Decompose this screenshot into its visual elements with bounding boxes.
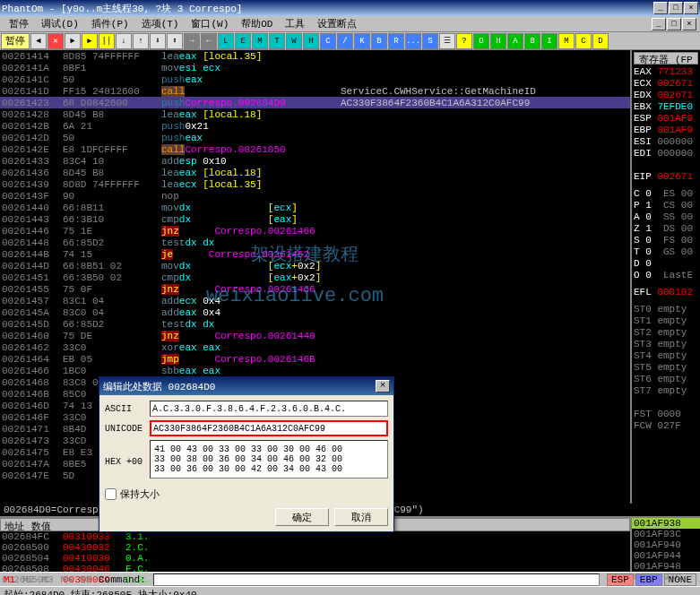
- tool-settings-icon[interactable]: ☰: [439, 33, 455, 49]
- tool-c-icon[interactable]: C: [575, 33, 592, 49]
- disasm-row[interactable]: 002614148D85 74FFFFFFlea eax,[local.35]: [0, 50, 630, 62]
- disasm-row[interactable]: 0026141C50push eax: [0, 73, 630, 85]
- keep-size-checkbox[interactable]: [105, 488, 117, 500]
- disasm-row[interactable]: 0026145575 0Fjnz short Correspo.00261466: [0, 283, 630, 295]
- tool-o-icon[interactable]: O: [473, 33, 489, 49]
- disasm-row[interactable]: 0026144866:85D2test dx,dx: [0, 237, 630, 248]
- child-minimize-button[interactable]: _: [652, 18, 666, 30]
- tool-close-icon[interactable]: ✕: [48, 33, 64, 49]
- tool-cpu-icon[interactable]: C: [320, 33, 336, 49]
- tool-h-icon[interactable]: H: [490, 33, 506, 49]
- disasm-row[interactable]: 0026145166:3B50 02cmp dx,word ptr ds:[ea…: [0, 272, 630, 283]
- tool-threads-icon[interactable]: T: [269, 33, 285, 49]
- disasm-row[interactable]: 002614398D8D 74FFFFFFlea ecx,[local.35]: [0, 178, 630, 190]
- tool-trace-over-icon[interactable]: ⬆: [167, 33, 183, 49]
- tool-m-icon[interactable]: M: [558, 33, 575, 49]
- close-button[interactable]: ×: [684, 2, 698, 14]
- hex-display[interactable]: 41 00 43 00 33 00 33 00 30 00 46 00 33 0…: [150, 440, 388, 479]
- menu-debug[interactable]: 调试(D): [36, 16, 84, 31]
- tool-goto-icon[interactable]: →: [184, 33, 200, 49]
- tool-source-icon[interactable]: S: [422, 33, 438, 49]
- disasm-row[interactable]: 002614661BC0sbb eax,eax: [0, 365, 630, 376]
- tool-step-in-icon[interactable]: ↓: [116, 33, 132, 49]
- ok-button[interactable]: 确定: [275, 508, 329, 526]
- m5[interactable]: M5: [80, 574, 91, 585]
- menu-tools[interactable]: 工具: [280, 16, 310, 31]
- tag-none[interactable]: NONE: [664, 573, 696, 586]
- menu-breakpoints[interactable]: 设置断点: [312, 16, 362, 31]
- tool-handles-icon[interactable]: H: [303, 33, 319, 49]
- disasm-row[interactable]: 002614368D45 B8lea eax,[local.18]: [0, 167, 630, 178]
- tool-patches-icon[interactable]: /: [337, 33, 353, 49]
- disasm-row[interactable]: 0026146075 DEjnz short Correspo.00261440: [0, 330, 630, 341]
- disasm-row[interactable]: 0026143383C4 10add esp,0x10: [0, 155, 630, 167]
- tool-back-icon[interactable]: ◄: [30, 33, 47, 49]
- disasm-row[interactable]: 002614288D45 B8lea eax,[local.18]: [0, 108, 630, 120]
- disasm-row[interactable]: 0026142B6A 21push 0x21: [0, 120, 630, 132]
- disasm-row[interactable]: 0026141DFF15 24812600call dword ptr ds:[…: [0, 85, 630, 97]
- tool-b-icon[interactable]: B: [524, 33, 540, 49]
- disasm-row[interactable]: 0026141A8BF1mov esi,ecx: [0, 62, 630, 73]
- disasm-row[interactable]: 0026142D50push eax: [0, 132, 630, 143]
- disasm-row[interactable]: 0026145D66:85D2test dx,dx: [0, 318, 630, 330]
- disasm-row[interactable]: 0026142368 D0842600push Correspo.002684D…: [0, 97, 630, 108]
- disasm-row[interactable]: 0026142EE8 1DFCFFFFcall Correspo.0026105…: [0, 143, 630, 155]
- tool-refs-icon[interactable]: R: [388, 33, 404, 49]
- tool-step-over-icon[interactable]: ↑: [133, 33, 149, 49]
- tool-return-icon[interactable]: ←: [201, 33, 217, 49]
- tool-trace-in-icon[interactable]: ⬇: [150, 33, 166, 49]
- m4[interactable]: M4: [61, 574, 73, 585]
- tool-i-icon[interactable]: I: [541, 33, 557, 49]
- disasm-row[interactable]: 0026144675 1Ejnz short Correspo.00261466: [0, 225, 630, 237]
- disasm-row[interactable]: 0026144D66:8B51 02mov dx,word ptr ds:[ec…: [0, 260, 630, 272]
- disasm-row[interactable]: 0026143F90nop: [0, 190, 630, 202]
- tool-a-icon[interactable]: A: [507, 33, 523, 49]
- edit-data-dialog: 编辑此处数据 002684D0 × ASCII UNICODE HEX +00 …: [99, 376, 394, 532]
- menu-pause[interactable]: 暂停: [4, 16, 34, 31]
- disasm-row[interactable]: 0026145783C1 04add ecx,0x4: [0, 295, 630, 306]
- status-bar: 起始:2684D0 结束:26850F 块大小:0x40: [0, 586, 700, 595]
- m1[interactable]: M1: [4, 574, 15, 585]
- child-close-button[interactable]: ×: [682, 18, 696, 30]
- menu-window[interactable]: 窗口(W): [186, 16, 234, 31]
- disasm-row[interactable]: 0026146233C0xor eax,eax: [0, 341, 630, 353]
- unicode-input[interactable]: [150, 420, 388, 436]
- tool-play-icon[interactable]: ►: [65, 33, 81, 49]
- disasm-row[interactable]: 00261464EB 05jmp short Correspo.0026146B: [0, 353, 630, 365]
- tool-run-trace-icon[interactable]: ...: [405, 33, 421, 49]
- disasm-row[interactable]: 0026144366:3B10cmp dx,word ptr ds:[eax]: [0, 213, 630, 225]
- tool-d-icon[interactable]: D: [592, 33, 609, 49]
- dialog-close-button[interactable]: ×: [376, 380, 390, 392]
- m2[interactable]: M2: [22, 574, 34, 585]
- cancel-button[interactable]: 取消: [334, 508, 388, 526]
- m3[interactable]: M3: [41, 574, 53, 585]
- menu-bar: 暂停 调试(D) 插件(P) 选项(T) 窗口(W) 帮助OD 工具 设置断点 …: [0, 16, 700, 32]
- disasm-row[interactable]: 0026144B74 15je short Correspo.00261462: [0, 248, 630, 260]
- tag-ebp[interactable]: EBP: [635, 573, 662, 586]
- tool-callstack-icon[interactable]: K: [354, 33, 370, 49]
- menu-help[interactable]: 帮助OD: [236, 16, 278, 31]
- minimize-button[interactable]: _: [653, 2, 668, 14]
- registers-panel[interactable]: 寄存器 (FP EAX 771233ECX 002671EDX 002671EB…: [630, 50, 700, 504]
- tool-memory-icon[interactable]: M: [252, 33, 268, 49]
- disasm-row[interactable]: 0026144066:8B11mov dx,word ptr ds:[ecx]: [0, 202, 630, 213]
- menu-options[interactable]: 选项(T): [136, 16, 185, 31]
- tag-esp[interactable]: ESP: [607, 573, 634, 586]
- menu-plugins[interactable]: 插件(P): [86, 16, 134, 31]
- tool-exe-icon[interactable]: E: [235, 33, 251, 49]
- tool-log-icon[interactable]: L: [218, 33, 234, 49]
- tool-breakpoints-icon[interactable]: B: [371, 33, 387, 49]
- ascii-input[interactable]: [150, 401, 388, 417]
- tool-pause-icon[interactable]: ||: [99, 33, 115, 49]
- pause-indicator: 暂停: [1, 33, 30, 49]
- tool-help-icon[interactable]: ?: [456, 33, 472, 49]
- disasm-row[interactable]: 0026145A83C0 04add eax,0x4: [0, 306, 630, 318]
- unicode-label: UNICODE: [105, 424, 150, 434]
- command-input[interactable]: [153, 573, 600, 586]
- child-maximize-button[interactable]: □: [667, 18, 681, 30]
- command-label: Command:: [99, 574, 146, 585]
- maximize-button[interactable]: □: [669, 2, 683, 14]
- tool-windows-icon[interactable]: W: [286, 33, 302, 49]
- stack-panel[interactable]: 001AF938 001AF93C001AF940001AF944001AF94…: [630, 518, 700, 572]
- tool-run-icon[interactable]: ▶: [82, 33, 98, 49]
